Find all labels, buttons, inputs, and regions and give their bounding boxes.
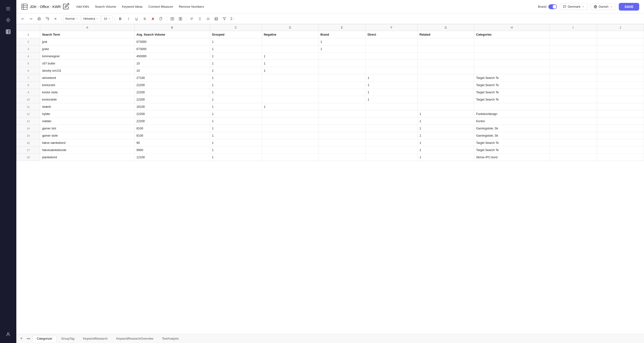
cell[interactable] xyxy=(318,53,366,60)
cell[interactable] xyxy=(318,125,366,132)
cell[interactable]: hævesænkeborde xyxy=(40,147,134,154)
cell[interactable] xyxy=(550,89,597,96)
cell[interactable]: 1 xyxy=(210,103,262,110)
cell[interactable] xyxy=(550,139,597,147)
nav-search-volume[interactable]: Search Volume xyxy=(95,5,116,9)
align-button[interactable] xyxy=(188,16,195,22)
cell[interactable] xyxy=(418,60,474,67)
bold-button[interactable]: B xyxy=(116,16,124,22)
cell[interactable]: 450000 xyxy=(134,53,210,60)
strikethrough-button[interactable]: S xyxy=(141,16,148,22)
cell[interactable]: kontorstol xyxy=(40,82,134,89)
cell[interactable] xyxy=(550,31,597,38)
cell[interactable] xyxy=(418,96,474,103)
cell[interactable]: skovby sm131 xyxy=(40,67,134,74)
cell[interactable] xyxy=(597,125,644,132)
cell[interactable]: 1 xyxy=(210,46,262,53)
cell[interactable] xyxy=(597,139,644,147)
cell[interactable] xyxy=(262,139,318,147)
cell[interactable] xyxy=(262,96,318,103)
edit-title-icon[interactable] xyxy=(63,3,70,10)
cell[interactable]: 1 xyxy=(318,46,366,53)
cell[interactable]: møbler xyxy=(40,118,134,125)
cell[interactable]: 22200 xyxy=(134,82,210,89)
cell[interactable]: 1 xyxy=(418,139,474,147)
cell[interactable] xyxy=(318,60,366,67)
cell[interactable] xyxy=(318,118,366,125)
col-header-i[interactable]: I xyxy=(550,24,597,31)
cell[interactable] xyxy=(597,96,644,103)
cell[interactable]: Grouped xyxy=(210,31,262,38)
cell[interactable]: Funktion/design xyxy=(474,110,550,118)
print-button[interactable] xyxy=(36,16,43,22)
cell[interactable] xyxy=(418,103,474,110)
cell[interactable]: skænk xyxy=(40,103,134,110)
cell[interactable]: Search Term xyxy=(40,31,134,38)
cell[interactable]: Avg. Search Volume xyxy=(134,31,210,38)
cell[interactable]: c67 butler xyxy=(40,60,134,67)
cell[interactable]: 1 xyxy=(366,74,418,82)
save-button[interactable]: SAVE xyxy=(619,3,639,11)
cell[interactable]: 18100 xyxy=(134,103,210,110)
cell[interactable]: 12100 xyxy=(134,154,210,161)
spreadsheet[interactable]: A B C D E F G H I J 1 Search Term Avg. xyxy=(16,24,644,334)
cell[interactable]: 1 xyxy=(418,125,474,132)
cell[interactable]: 10 xyxy=(134,60,210,67)
cell[interactable]: Skrive-/PC-bord xyxy=(474,154,550,161)
cell[interactable] xyxy=(418,53,474,60)
cell[interactable] xyxy=(318,110,366,118)
font-style-dropdown[interactable]: Normal xyxy=(63,16,80,22)
undo-button[interactable]: ↩ xyxy=(19,16,26,22)
cell[interactable]: kontor stole xyxy=(40,89,134,96)
tab-categorizer[interactable]: Categorizer xyxy=(33,335,56,342)
col-header-h[interactable]: H xyxy=(474,24,550,31)
cell[interactable]: Target Search Te xyxy=(474,82,550,89)
tab-keyword-research[interactable]: KeywordResearch xyxy=(79,335,112,342)
filter-button[interactable] xyxy=(221,16,228,22)
cell[interactable]: 1 xyxy=(210,53,262,60)
cell[interactable] xyxy=(597,118,644,125)
cell[interactable]: 1 xyxy=(210,110,262,118)
brand-toggle[interactable] xyxy=(548,4,557,9)
cell[interactable]: 1 xyxy=(210,89,262,96)
cell[interactable]: 1 xyxy=(418,154,474,161)
cell[interactable] xyxy=(474,46,550,53)
nav-connect-measure[interactable]: Connect Measure xyxy=(148,5,173,9)
cell[interactable] xyxy=(550,38,597,46)
cell[interactable] xyxy=(262,154,318,161)
cell[interactable]: hæve sænkebord xyxy=(40,139,134,147)
cell[interactable] xyxy=(262,125,318,132)
cell[interactable] xyxy=(318,132,366,139)
cell[interactable]: Gamingstole, Sk xyxy=(474,132,550,139)
cell[interactable] xyxy=(550,74,597,82)
col-header-c[interactable]: C xyxy=(210,24,262,31)
col-header-b[interactable]: B xyxy=(134,24,210,31)
cell[interactable]: 1 xyxy=(210,154,262,161)
cell[interactable]: 22200 xyxy=(134,118,210,125)
cell[interactable]: Target Search Te xyxy=(474,147,550,154)
cell[interactable] xyxy=(474,103,550,110)
cell[interactable] xyxy=(550,132,597,139)
cell[interactable] xyxy=(418,46,474,53)
cell[interactable] xyxy=(550,154,597,161)
cell[interactable]: 1 xyxy=(262,60,318,67)
redo-button[interactable]: ↪ xyxy=(28,16,34,22)
cell[interactable]: 1 xyxy=(418,110,474,118)
cell[interactable]: 1 xyxy=(210,147,262,154)
col-header-e[interactable]: E xyxy=(318,24,366,31)
country-dropdown[interactable]: Denmark xyxy=(560,3,588,10)
cell[interactable] xyxy=(318,154,366,161)
cell[interactable] xyxy=(262,89,318,96)
cell[interactable] xyxy=(262,147,318,154)
cell[interactable]: 10 xyxy=(134,67,210,74)
cell[interactable] xyxy=(474,67,550,74)
cell[interactable]: 1 xyxy=(210,118,262,125)
nav-remove-numbers[interactable]: Remove Numbers xyxy=(179,5,204,9)
add-tab-button[interactable]: + xyxy=(18,335,24,342)
cell[interactable] xyxy=(550,46,597,53)
cell[interactable] xyxy=(318,74,366,82)
cell[interactable]: 8100 xyxy=(134,132,210,139)
cell[interactable] xyxy=(318,147,366,154)
cell[interactable] xyxy=(474,60,550,67)
cell[interactable]: jyske xyxy=(40,46,134,53)
